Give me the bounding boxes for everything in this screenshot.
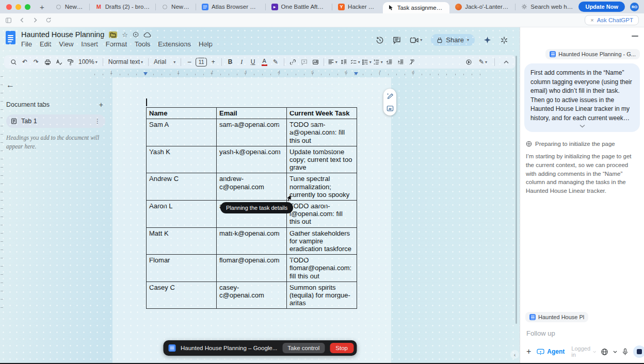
- back-icon[interactable]: [20, 18, 25, 23]
- left-margin-marker[interactable]: [143, 72, 148, 75]
- task-cell[interactable]: Update tombstone copy; current text too …: [287, 146, 357, 173]
- reload-icon[interactable]: [45, 17, 52, 23]
- email-cell[interactable]: sam-a@openai.com: [217, 119, 287, 146]
- add-comment-icon[interactable]: [299, 57, 309, 67]
- menu-item[interactable]: View: [59, 40, 73, 48]
- update-now-button[interactable]: Update Now: [578, 2, 625, 12]
- share-button[interactable]: Share ▾: [431, 34, 475, 46]
- tab-hacker-news[interactable]: Y Hacker News: [332, 0, 383, 13]
- bullet-list-icon[interactable]: ▾: [361, 57, 372, 67]
- email-cell[interactable]: casey-c@openai.com: [217, 282, 287, 309]
- task-cell[interactable]: Gather stakeholders for vampire eradicat…: [287, 227, 357, 255]
- drive-shortcut-icon[interactable]: [133, 31, 139, 38]
- close-icon[interactable]: ×: [590, 17, 593, 23]
- name-cell[interactable]: Sam A: [147, 119, 217, 146]
- menu-item[interactable]: Edit: [40, 40, 51, 48]
- editing-mode-button[interactable]: ✎ ▾: [478, 57, 488, 67]
- column-header[interactable]: Email: [217, 108, 287, 119]
- name-cell[interactable]: Andrew C: [147, 173, 217, 201]
- profile-avatar[interactable]: RO: [630, 3, 639, 11]
- name-cell[interactable]: Casey C: [147, 282, 217, 309]
- forward-icon[interactable]: [33, 18, 38, 23]
- italic-button[interactable]: I: [236, 57, 247, 67]
- text-color-button[interactable]: A: [259, 57, 269, 67]
- email-cell[interactable]: matt-k@openai.com: [217, 227, 287, 255]
- column-header[interactable]: Current Week Task: [287, 108, 357, 119]
- tab-new-tab-2[interactable]: New Tab: [156, 0, 196, 13]
- add-comment-image-icon[interactable]: [387, 105, 394, 112]
- spellcheck-icon[interactable]: [54, 57, 64, 67]
- close-window-button[interactable]: [6, 4, 12, 10]
- activity-timer-icon[interactable]: [463, 57, 474, 67]
- add-attachment-button[interactable]: +: [525, 347, 532, 356]
- insert-link-icon[interactable]: [287, 57, 298, 67]
- right-margin-marker[interactable]: [354, 72, 358, 75]
- chevron-down-icon[interactable]: ▾: [420, 38, 422, 42]
- ask-chatgpt-button[interactable]: × Ask ChatGPT: [585, 15, 639, 25]
- task-cell[interactable]: TODO sam-a@openai.com: fill this out: [287, 119, 357, 146]
- increase-font-button[interactable]: +: [208, 57, 218, 67]
- paint-format-icon[interactable]: [65, 57, 75, 67]
- tab-new-tab-1[interactable]: New Tab: [50, 0, 89, 13]
- task-cell[interactable]: Tune spectral normalization; currently t…: [287, 173, 357, 201]
- task-cell[interactable]: TODO aaron-l@openai.com: fill this out: [287, 201, 357, 228]
- minimize-sidebar-icon[interactable]: [632, 36, 638, 37]
- menu-item[interactable]: Insert: [81, 40, 98, 48]
- undo-icon[interactable]: ↶: [20, 57, 30, 67]
- tab-one-battle[interactable]: ▸ One Battle After Ano: [266, 0, 332, 13]
- increase-indent-icon[interactable]: [395, 57, 406, 67]
- bottom-attachment-chip[interactable]: Haunted House Pl: [525, 312, 588, 322]
- docs-logo-icon[interactable]: [5, 30, 16, 45]
- column-header[interactable]: Name: [147, 108, 217, 119]
- sidebar-toggle-icon[interactable]: [5, 17, 12, 24]
- take-control-button[interactable]: Take control: [282, 343, 325, 353]
- logged-in-dropdown[interactable]: Logged in: [571, 345, 596, 358]
- tab-gmail-drafts[interactable]: M Drafts (2) - browser-: [90, 0, 155, 13]
- document-title[interactable]: Haunted House Planning: [21, 30, 104, 39]
- decrease-font-button[interactable]: –: [184, 57, 195, 67]
- task-cell[interactable]: Summon spirits (tequila) for morgue-arit…: [287, 282, 357, 309]
- tab-task-assignment-active[interactable]: Task assignment wor: [383, 2, 450, 13]
- zoom-window-button[interactable]: [25, 4, 30, 10]
- video-call-icon[interactable]: ▾: [410, 35, 422, 45]
- add-document-tab-button[interactable]: +: [97, 101, 105, 109]
- minimize-window-button[interactable]: [15, 4, 21, 10]
- version-history-icon[interactable]: [376, 36, 384, 44]
- email-cell[interactable]: flomar@openai.com: [217, 255, 287, 282]
- help-me-write-icon[interactable]: [387, 92, 394, 100]
- vertical-scrollbar[interactable]: [516, 56, 517, 324]
- cloud-status-icon[interactable]: [143, 32, 151, 38]
- name-cell[interactable]: Matt K: [147, 227, 217, 255]
- font-select[interactable]: Arial ▾: [152, 57, 178, 67]
- stop-button[interactable]: Stop: [330, 343, 353, 353]
- collapse-panel-chevron[interactable]: ‹: [510, 350, 519, 359]
- clear-formatting-icon[interactable]: [407, 57, 417, 67]
- print-icon[interactable]: [42, 57, 53, 67]
- menu-item[interactable]: Help: [199, 40, 213, 48]
- menu-item[interactable]: File: [21, 40, 32, 48]
- tab-atlas-core[interactable]: Atlas Browser Core E: [196, 0, 265, 13]
- align-icon[interactable]: ▾: [327, 57, 337, 67]
- agent-mode-chip[interactable]: Agent: [537, 348, 565, 355]
- follow-up-input[interactable]: [525, 329, 641, 338]
- line-spacing-icon[interactable]: [339, 57, 349, 67]
- collapse-toolbar-icon[interactable]: [501, 57, 511, 67]
- expand-message-icon[interactable]: [530, 123, 634, 130]
- menu-item[interactable]: Format: [106, 40, 127, 48]
- numbered-list-icon[interactable]: ▾: [373, 57, 383, 67]
- openai-logo-icon[interactable]: [500, 36, 508, 44]
- context-attachment-chip[interactable]: Haunted House Planning - G...: [545, 49, 640, 59]
- checklist-icon[interactable]: ▾: [350, 57, 360, 67]
- email-cell[interactable]: andrew-c@openai.com: [217, 173, 287, 201]
- mic-icon[interactable]: [622, 348, 629, 356]
- underline-button[interactable]: U: [248, 57, 258, 67]
- comments-icon[interactable]: [393, 36, 401, 44]
- menu-item[interactable]: Extensions: [158, 40, 191, 48]
- redo-icon[interactable]: ↷: [31, 57, 41, 67]
- search-icon[interactable]: [8, 57, 19, 67]
- decrease-indent-icon[interactable]: [384, 57, 394, 67]
- menu-item[interactable]: Tools: [135, 40, 150, 48]
- new-tab-button[interactable]: +: [35, 3, 50, 11]
- highlight-icon[interactable]: ✎: [270, 57, 281, 67]
- document-tab-1[interactable]: Tab 1 ⋮: [6, 114, 105, 128]
